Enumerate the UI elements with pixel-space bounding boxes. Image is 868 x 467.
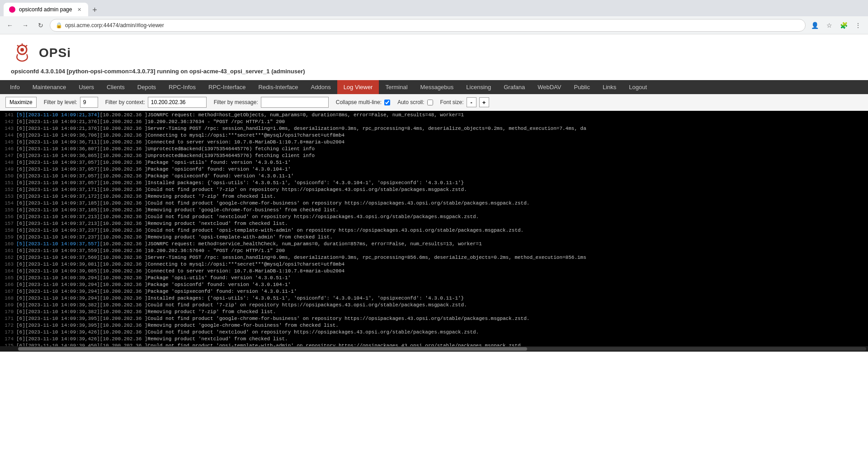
font-increase-button[interactable]: + (479, 97, 489, 107)
nav-item-messagebus[interactable]: Messagebus (414, 80, 460, 94)
nav-item-webdav[interactable]: WebDAV (531, 80, 567, 94)
log-context: [10.200.202.36 ] (100, 241, 148, 248)
log-message: Removing product '7-zip' from checked li… (147, 193, 276, 200)
log-controls: Maximize Filter by level: Filter by cont… (0, 94, 868, 111)
app-logo-text: OPSi (39, 46, 71, 60)
log-line-number: 159 (0, 234, 16, 241)
h-scrollbar-track[interactable] (18, 347, 866, 351)
table-row: 166[6] [2023-11-10 14:09:39,294] [10.200… (0, 281, 868, 288)
browser-tab-bar: opsiconfd admin page ✕ + (0, 0, 868, 16)
log-level-badge: [6] (16, 336, 25, 343)
table-row: 165[6] [2023-11-10 14:09:39,294] [10.200… (0, 275, 868, 281)
log-context: [10.200.202.36 ] (100, 186, 148, 193)
log-context: [10.200.202.36 ] (100, 295, 148, 302)
log-context: [10.200.202.36 ] (100, 281, 148, 288)
filter-level-group: Filter by level: (44, 97, 98, 108)
table-row: 162[6] [2023-11-10 14:09:37,560] [10.200… (0, 254, 868, 261)
tab-favicon (9, 6, 15, 13)
svg-line-3 (25, 45, 27, 47)
nav-item-log-viewer[interactable]: Log Viewer (337, 80, 379, 94)
font-decrease-button[interactable]: - (467, 97, 476, 107)
log-timestamp: [2023-11-10 14:09:36,865] (25, 152, 100, 159)
nav-item-depots[interactable]: Depots (131, 80, 162, 94)
nav-item-info[interactable]: Info (4, 80, 26, 94)
nav-item-public[interactable]: Public (567, 80, 596, 94)
forward-button[interactable]: → (19, 19, 32, 32)
log-timestamp: [2023-11-10 14:09:37,237] (25, 234, 100, 241)
log-context: [10.200.202.36 ] (100, 139, 148, 146)
nav-item-links[interactable]: Links (596, 80, 623, 94)
table-row: 175[6] [2023-11-10 14:09:39,450] [10.200… (0, 343, 868, 346)
collapse-multi-checkbox[interactable] (384, 100, 390, 105)
active-tab[interactable]: opsiconfd admin page ✕ (4, 3, 88, 16)
log-message: Could not find product '7-zip' on reposi… (147, 186, 467, 193)
log-context: [10.200.202.36 ] (100, 268, 148, 275)
extensions-icon[interactable]: 🧩 (837, 19, 850, 32)
log-line-number: 152 (0, 186, 16, 193)
log-context: [10.200.202.36 ] (100, 180, 148, 186)
filter-message-input[interactable] (261, 97, 329, 108)
nav-item-rpc-interface[interactable]: RPC-Interface (202, 80, 252, 94)
logo-area: OPSi (11, 42, 857, 64)
table-row: 167[6] [2023-11-10 14:09:39,294] [10.200… (0, 288, 868, 295)
log-message: Package 'opsixeconfd' found: version '4.… (147, 173, 293, 180)
nav-item-maintenance[interactable]: Maintenance (26, 80, 72, 94)
log-line-number: 145 (0, 139, 16, 146)
table-row: 159[6] [2023-11-10 14:09:37,237] [10.200… (0, 234, 868, 241)
log-timestamp: [2023-11-10 14:09:37,237] (25, 227, 100, 234)
log-content[interactable]: 141[5] [2023-11-10 14:09:21,374] [10.200… (0, 111, 868, 346)
tab-title: opsiconfd admin page (19, 6, 72, 13)
log-level-badge: [6] (16, 159, 25, 166)
tab-close-button[interactable]: ✕ (75, 6, 83, 13)
table-row: 142[6] [2023-11-10 14:09:21,376] [10.200… (0, 119, 868, 125)
log-message: Removing product 'nextcloud' from checke… (147, 220, 288, 227)
profile-icon[interactable]: 👤 (808, 19, 821, 32)
table-row: 149[6] [2023-11-10 14:09:37,057] [10.200… (0, 166, 868, 173)
filter-level-input[interactable] (80, 97, 98, 108)
log-timestamp: [2023-11-10 14:09:37,213] (25, 214, 100, 220)
log-message: Connected to server version: 10.7.8-Mari… (147, 139, 344, 146)
log-timestamp: [2023-11-10 14:09:37,171] (25, 186, 100, 193)
log-line-number: 141 (0, 112, 16, 119)
nav-item-redis-interface[interactable]: Redis-Interface (252, 80, 304, 94)
nav-item-users[interactable]: Users (72, 80, 100, 94)
table-row: 144[6] [2023-11-10 14:09:36,706] [10.200… (0, 132, 868, 139)
nav-item-addons[interactable]: Addons (305, 80, 337, 94)
back-button[interactable]: ← (4, 19, 16, 32)
log-context: [10.200.202.36 ] (100, 261, 148, 268)
nav-item-logout[interactable]: Logout (623, 80, 653, 94)
log-timestamp: [2023-11-10 14:09:37,559] (25, 248, 100, 254)
log-line-number: 166 (0, 281, 16, 288)
reload-button[interactable]: ↻ (34, 19, 47, 32)
log-context: [10.200.202.36 ] (100, 248, 148, 254)
log-line-number: 150 (0, 173, 16, 180)
table-row: 151[6] [2023-11-10 14:09:37,057] [10.200… (0, 180, 868, 186)
h-scrollbar-thumb[interactable] (18, 347, 527, 351)
log-line-number: 142 (0, 119, 16, 125)
log-line-number: 160 (0, 241, 16, 248)
log-level-badge: [6] (16, 288, 25, 295)
horizontal-scrollbar[interactable] (0, 346, 868, 352)
filter-context-input[interactable] (148, 97, 207, 108)
log-context: [10.200.202.36 ] (100, 200, 148, 207)
log-timestamp: [2023-11-10 14:09:39,085] (25, 268, 100, 275)
address-bar[interactable]: 🔒 opsi.acme.corp:44474/admin/#log-viewer (50, 19, 806, 32)
log-level-badge: [6] (16, 248, 25, 254)
log-message: Removing product 'nextcloud' from checke… (147, 336, 288, 343)
log-line-number: 147 (0, 152, 16, 159)
new-tab-button[interactable]: + (88, 4, 101, 16)
nav-item-clients[interactable]: Clients (100, 80, 131, 94)
bookmark-icon[interactable]: ☆ (823, 19, 835, 32)
log-message: Removing product 'google-chrome-for-busi… (147, 207, 338, 214)
nav-item-grafana[interactable]: Grafana (497, 80, 531, 94)
nav-item-rpc-infos[interactable]: RPC-Infos (162, 80, 202, 94)
maximize-button[interactable]: Maximize (5, 97, 37, 108)
nav-item-licensing[interactable]: Licensing (460, 80, 497, 94)
log-message: Could not find product 'google-chrome-fo… (147, 315, 529, 322)
menu-icon[interactable]: ⋮ (852, 19, 864, 32)
log-message: Installed packages: {'opsi-utils': '4.3.… (147, 180, 464, 186)
auto-scroll-checkbox[interactable] (427, 100, 433, 105)
log-line-number: 162 (0, 254, 16, 261)
nav-item-terminal[interactable]: Terminal (379, 80, 414, 94)
log-line-number: 155 (0, 207, 16, 214)
